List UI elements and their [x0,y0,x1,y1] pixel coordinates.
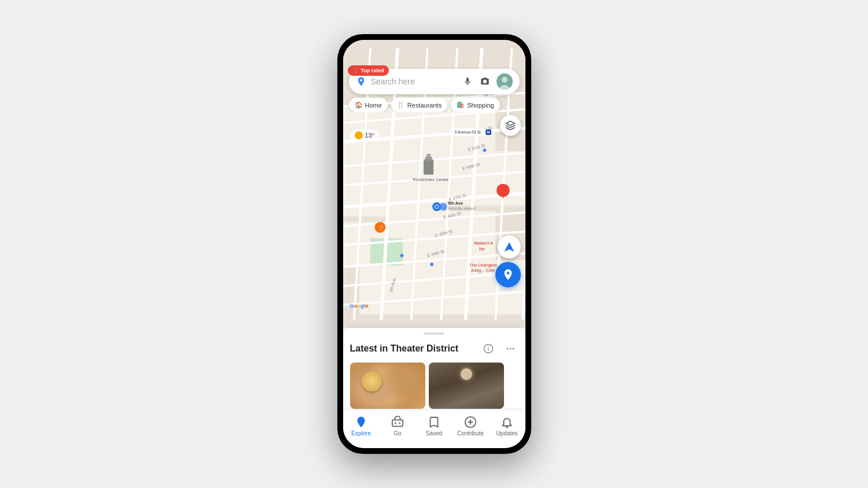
restaurants-chip-label: Restaurants [407,102,442,109]
svg-point-82 [395,422,396,424]
panel-title: Latest in Theater District [350,343,459,354]
svg-rect-8 [359,260,452,315]
svg-point-65 [483,149,486,152]
nav-item-saved[interactable]: Saved [416,413,453,439]
svg-point-69 [506,272,509,275]
navigate-button[interactable] [495,262,521,287]
go-label: Go [393,430,401,437]
updates-label: Updates [496,430,517,437]
svg-point-70 [360,79,362,82]
svg-point-77 [506,348,508,350]
sun-icon [355,131,363,139]
restaurants-chip-icon: 🍴 [397,101,405,109]
panel-header: Latest in Theater District [350,341,518,357]
svg-point-80 [360,419,363,422]
shopping-chip-icon: 🛍️ [457,101,465,109]
nav-item-explore[interactable]: Explore [343,413,380,439]
svg-text:Google: Google [350,302,368,309]
voice-search-button[interactable] [462,76,473,87]
updates-icon [500,415,514,429]
svg-rect-40 [426,154,431,157]
contribute-icon [464,415,477,429]
promo-badge: 📍 Top rated [348,65,389,76]
svg-text:5th Ave: 5th Ave [447,201,463,206]
search-placeholder[interactable]: Search here [371,77,457,86]
svg-marker-68 [504,242,514,252]
svg-point-78 [509,348,511,350]
svg-point-79 [512,348,514,350]
svg-point-83 [399,422,400,424]
saved-label: Saved [426,430,442,437]
photo-row [350,363,518,409]
svg-point-66 [430,263,433,266]
home-chip-label: Home [365,102,382,109]
drag-handle[interactable] [424,332,444,335]
weather-badge: 13° [350,130,380,141]
svg-point-72 [502,77,507,83]
nav-item-contribute[interactable]: Contribute [453,413,489,439]
nav-item-go[interactable]: Go [380,413,416,439]
home-chip-icon: 🏠 [355,101,363,109]
go-icon [391,415,404,429]
chip-restaurants[interactable]: 🍴 Restaurants [391,98,447,112]
map-container[interactable]: W 55th St E 52nd St E 51st St E 50th St … [343,40,525,328]
explore-icon [354,415,368,429]
map-layers-button[interactable] [500,115,521,136]
saved-icon [427,415,441,429]
explore-label: Explore [351,430,371,437]
bottom-panel: Latest in Theater District [343,328,525,409]
svg-point-67 [400,254,403,257]
phone-screen: W 55th St E 52nd St E 51st St E 50th St … [343,40,525,448]
svg-rect-39 [425,157,431,161]
user-avatar[interactable] [496,73,513,90]
nav-item-updates[interactable]: Updates [489,413,525,439]
svg-text:M: M [487,130,490,134]
my-location-button[interactable] [498,235,521,258]
svg-text:Waldorf-A: Waldorf-A [473,241,492,246]
svg-text:Recently viewed: Recently viewed [447,206,475,211]
svg-point-64 [432,202,441,211]
panel-actions [480,341,518,357]
svg-text:🍴: 🍴 [378,224,385,231]
camera-search-button[interactable] [479,76,491,87]
svg-rect-38 [424,160,433,175]
chip-home[interactable]: 🏠 Home [349,98,388,112]
photo-thumb-interior[interactable] [429,363,504,409]
chip-shopping[interactable]: 🛍️ Shopping [451,98,500,112]
shopping-chip-label: Shopping [467,102,494,109]
promo-text: Top rated [361,68,384,73]
search-action-icons [462,73,513,90]
info-button[interactable] [480,341,496,357]
temperature: 13° [365,132,375,139]
photo-thumb-food[interactable] [350,363,425,409]
svg-text:Autog… Colle: Autog… Colle [470,268,494,273]
phone-frame: W 55th St E 52nd St E 51st St E 50th St … [337,34,531,454]
svg-text:Ne: Ne [479,246,485,252]
svg-text:The Lexington: The Lexington [469,263,497,268]
contribute-label: Contribute [457,430,484,437]
more-options-button[interactable] [502,341,518,357]
maps-pin-icon [356,76,366,87]
svg-rect-81 [392,420,403,426]
bottom-nav: Explore Go [343,409,525,448]
svg-text:5 Avenue-53 St: 5 Avenue-53 St [454,130,480,134]
svg-text:Rockefeller Center: Rockefeller Center [413,177,449,182]
category-chips: 🏠 Home 🍴 Restaurants 🛍️ Shopping [343,98,525,112]
